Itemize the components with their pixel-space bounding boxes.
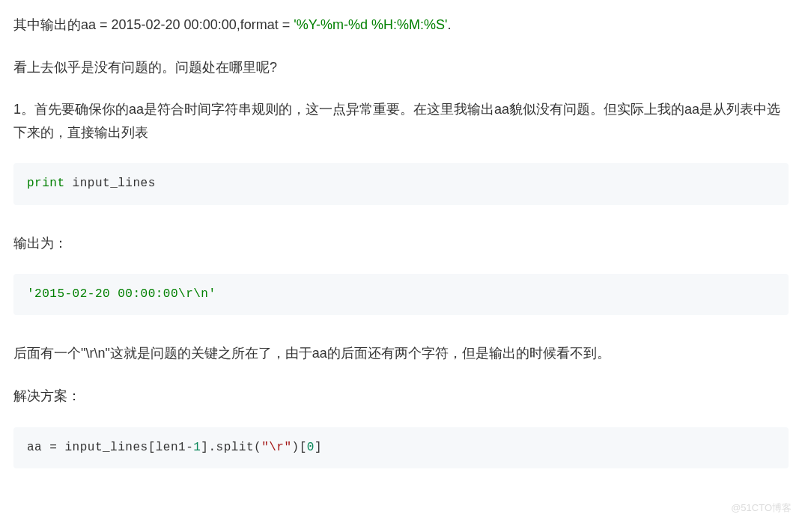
code-part-d: ] (315, 441, 322, 454)
code-part-c: )[ (292, 441, 307, 454)
text-suffix: . (447, 17, 451, 32)
code-num-0: 0 (307, 441, 315, 454)
format-string: '%Y-%m-%d %H:%M:%S' (294, 17, 447, 32)
paragraph-key-issue: 后面有一个"\r\n"这就是问题的关键之所在了，由于aa的后面还有两个字符，但是… (13, 342, 789, 365)
paragraph-output-line: 其中输出的aa = 2015-02-20 00:00:00,format = '… (13, 13, 789, 37)
code-num-1: 1 (193, 441, 201, 454)
code-part-a: aa = input_lines[len1- (27, 441, 193, 454)
paragraph-solution-label: 解决方案： (13, 385, 789, 408)
paragraph-question: 看上去似乎是没有问题的。问题处在哪里呢? (13, 56, 789, 79)
text-prefix: 其中输出的aa = 2015-02-20 00:00:00,format = (13, 17, 294, 32)
paragraph-explanation-1: 1。首先要确保你的aa是符合时间字符串规则的，这一点异常重要。在这里我输出aa貌… (13, 98, 789, 144)
paragraph-output-label: 输出为： (13, 232, 789, 255)
code-block-solution: aa = input_lines[len1-1].split("\r")[0] (13, 427, 789, 468)
code-text: input_lines (65, 177, 156, 190)
string-output: '2015-02-20 00:00:00\r\n' (27, 287, 216, 301)
code-part-b: ].split( (201, 441, 261, 454)
watermark: @51CTO博客 (731, 500, 792, 513)
keyword-print: print (27, 177, 65, 190)
code-block-print: print input_lines (13, 163, 789, 204)
code-block-output: '2015-02-20 00:00:00\r\n' (13, 274, 789, 315)
code-string-r: "\r" (261, 441, 291, 454)
